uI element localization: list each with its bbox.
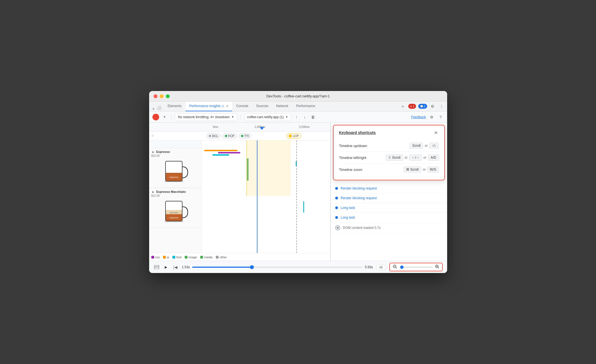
separator-2: [241, 114, 241, 120]
shortcut-keys-zoom: ⌘ Scroll or W/S: [404, 166, 439, 173]
waterfall-bars: [202, 143, 330, 157]
error-badge: ✕ 1: [408, 104, 416, 109]
scrubber-thumb[interactable]: [250, 265, 254, 269]
toolbar-right: Feedback ⚙ ?: [411, 114, 444, 120]
legend-image: image: [185, 256, 197, 259]
tab-elements[interactable]: Elements: [164, 101, 186, 111]
skip-to-start-icon[interactable]: |◀: [172, 264, 179, 270]
tab-cursor-tool[interactable]: ⌖: [151, 107, 156, 111]
settings-toolbar-icon[interactable]: ⚙: [429, 114, 435, 120]
more-tabs-button[interactable]: »: [399, 103, 406, 110]
time-range: 1.53s 5.93s: [182, 265, 373, 269]
throttle-dropdown[interactable]: No network throttling, 4× slowdown ▼: [175, 113, 237, 121]
right-panel: Keyboard shortcuts ✕ Timeline up/down Sc…: [330, 123, 447, 261]
tab-device-toggle[interactable]: ⬜: [156, 104, 163, 111]
legend-image-dot: [185, 256, 187, 259]
separator-1: [171, 114, 172, 120]
insight-render-blocking-1[interactable]: Render blocking request: [331, 184, 447, 193]
espresso-mug-container: espresso: [151, 158, 199, 186]
dashed-cursor: [296, 140, 297, 253]
delete-icon[interactable]: 🗑: [310, 114, 316, 120]
espresso-mug-svg: espresso: [161, 159, 189, 185]
long-task-bar: [303, 201, 304, 213]
macchiato-mug-svg: milk foam espresso: [161, 199, 189, 225]
tab-performance[interactable]: Performance: [292, 101, 319, 111]
insight-render-blocking-2[interactable]: Render blocking request: [331, 193, 447, 203]
window-title: DevTools - coffee-cart.netlify.app/?ad=1: [266, 94, 330, 98]
sidebar-macchiato: ▶ Espresso Macchiato $12.00: [149, 188, 202, 228]
svg-rect-4: [164, 181, 184, 182]
expand-macchiato[interactable]: ▶: [151, 190, 155, 194]
upload-icon[interactable]: ↑: [293, 114, 299, 120]
tab-network[interactable]: Network: [272, 101, 292, 111]
insight-link-3[interactable]: Long task: [341, 206, 355, 210]
maximize-button[interactable]: [166, 94, 170, 98]
more-options-icon[interactable]: ⋮: [438, 103, 445, 110]
url-dropdown[interactable]: coffee-cart.netlify.app (1) ▼: [244, 113, 291, 121]
legend-bar: css js font image media: [149, 253, 330, 261]
tab-performance-insights[interactable]: Performance insights ⚠ ✕: [186, 101, 232, 111]
insight-circle-5: [335, 225, 340, 230]
timeline-area: 0ms 1,600ms 3,200ms 4,800ms ↺ DCL: [149, 123, 330, 261]
legend-css: css: [151, 256, 160, 259]
bar-font-1: [212, 154, 229, 156]
lcp-marker-container: LCP: [286, 133, 301, 139]
zoom-out-icon[interactable]: [393, 264, 397, 270]
svg-text:milk foam: milk foam: [170, 212, 178, 214]
svg-text:espresso: espresso: [169, 176, 179, 178]
title-bar: DevTools - coffee-cart.netlify.app/?ad=1: [149, 91, 447, 102]
timeline-viz: ▶ Espresso $10.00: [149, 140, 330, 253]
insight-long-task-1[interactable]: Long task: [331, 203, 447, 213]
popup-title: Keyboard shortcuts: [339, 130, 376, 135]
tab-sources[interactable]: Sources: [252, 101, 272, 111]
expand-espresso[interactable]: ▶: [151, 150, 155, 154]
insight-link-2[interactable]: Render blocking request: [341, 196, 377, 200]
warning-icon: ⚠: [222, 104, 224, 108]
record-dropdown[interactable]: ▼: [161, 114, 168, 120]
key-arrows-lr: ←/→: [409, 155, 422, 161]
record-button[interactable]: [152, 114, 159, 120]
download-icon[interactable]: ↓: [302, 114, 308, 120]
minimize-button[interactable]: [160, 94, 164, 98]
zoom-in-icon[interactable]: [435, 264, 439, 270]
close-button[interactable]: [154, 94, 157, 98]
legend-other: other: [216, 256, 227, 259]
legend-other-dot: [216, 256, 219, 259]
svg-text:espresso: espresso: [169, 216, 179, 219]
insight-link-5[interactable]: DOM content loaded 0.7s: [343, 226, 381, 230]
ts-3200ms: 3,200ms: [299, 125, 310, 128]
insight-dom-loaded[interactable]: DOM content loaded 0.7s: [331, 223, 447, 233]
speed-button[interactable]: x1: [376, 264, 386, 270]
traffic-lights: [154, 94, 170, 98]
help-icon[interactable]: ?: [438, 114, 444, 120]
message-badge: 💬 1: [418, 104, 427, 109]
legend-media: media: [200, 256, 212, 259]
legend-media-dot: [200, 256, 203, 259]
insight-long-task-2[interactable]: Long task: [331, 213, 447, 223]
feedback-link[interactable]: Feedback: [411, 115, 426, 119]
tab-extras: » ✕ 1 💬 1 ⚙ ⋮: [399, 103, 445, 111]
screenshot-toggle-icon[interactable]: [154, 264, 160, 270]
tab-close-icon[interactable]: ✕: [226, 105, 228, 108]
play-button[interactable]: ▶: [163, 264, 169, 270]
shortcut-keys-updown: Scroll or ↑/↓: [410, 143, 439, 149]
ts-0ms: 0ms: [213, 125, 218, 128]
insight-dot-4: [335, 216, 338, 219]
tti-marker: TTI: [239, 133, 252, 139]
key-ws: W/S: [427, 166, 439, 173]
svg-rect-2: [166, 173, 182, 173]
popup-close-button[interactable]: ✕: [433, 130, 439, 135]
zoom-slider[interactable]: [399, 267, 433, 268]
network-bar-1: [247, 158, 249, 181]
viz-main: [202, 140, 330, 253]
insight-link-4[interactable]: Long task: [341, 216, 355, 219]
legend-js: js: [163, 256, 169, 259]
legend-css-dot: [151, 256, 154, 259]
throttle-arrow: ▼: [231, 115, 234, 118]
timeline-scrubber[interactable]: [192, 267, 363, 268]
tab-console[interactable]: Console: [232, 101, 252, 111]
bar-css-1: [218, 152, 240, 153]
insight-link-1[interactable]: Render blocking request: [341, 186, 377, 190]
settings-icon[interactable]: ⚙: [429, 103, 436, 110]
key-scroll-1: Scroll: [410, 143, 423, 149]
